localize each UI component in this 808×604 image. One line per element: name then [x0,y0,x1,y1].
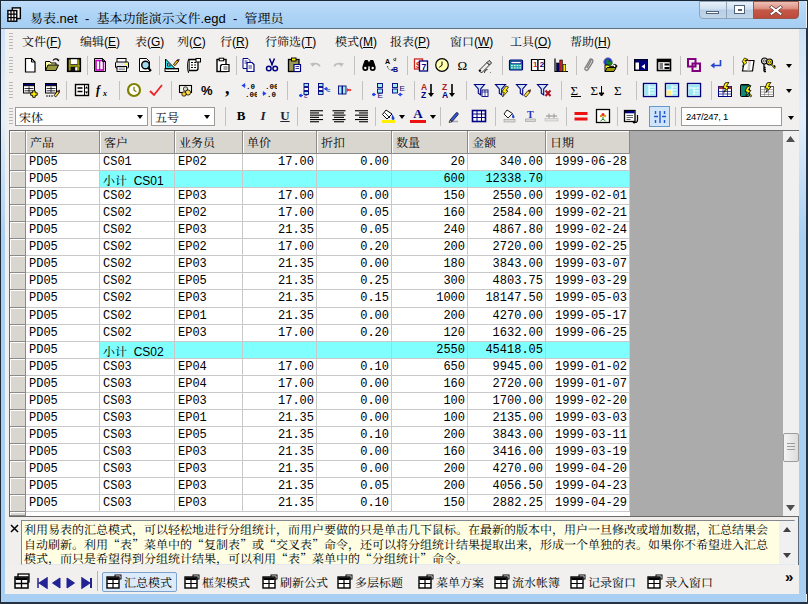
svg-text:Ω: Ω [458,58,468,73]
svg-text:Z: Z [421,90,426,99]
svg-text:T: T [527,109,534,120]
svg-text:.00: .00 [245,91,257,99]
svg-text:A: A [442,90,448,99]
svg-text:Σ: Σ [614,83,622,98]
svg-text:Σ: Σ [591,83,599,98]
svg-text:E: E [400,84,405,93]
svg-text:7: 7 [422,62,427,72]
svg-text:x: x [102,89,107,98]
svg-text:%: % [201,83,213,98]
svg-text:f: f [96,83,101,97]
svg-text:Σ: Σ [571,83,579,98]
svg-text:B: B [393,66,398,73]
svg-text:c: c [327,87,331,94]
svg-text:A: A [385,58,390,65]
svg-text:,: , [225,82,230,98]
svg-text:E: E [378,91,383,98]
svg-text:2: 2 [540,60,545,69]
svg-text:1: 1 [533,60,538,69]
svg-text:.0: .0 [267,91,277,99]
svg-text:c: c [304,93,308,98]
